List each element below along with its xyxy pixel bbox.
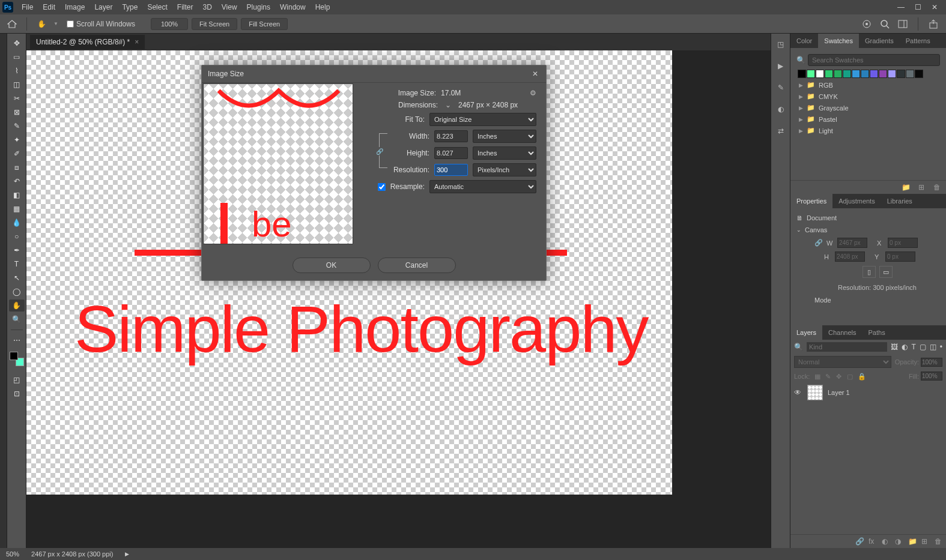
lock-all-icon[interactable]: 🔒 (858, 373, 865, 380)
layer-row[interactable]: 👁 Layer 1 (790, 382, 946, 403)
swatch-search-input[interactable] (808, 54, 940, 66)
swatch-color[interactable] (915, 70, 923, 78)
tab-color[interactable]: Color (790, 34, 818, 48)
blend-mode-select[interactable]: Normal (794, 356, 891, 368)
shape-tool[interactable]: ◯ (9, 286, 25, 298)
menu-image[interactable]: Image (60, 3, 89, 11)
marquee-tool[interactable]: ▭ (9, 51, 25, 63)
canvas-section-toggle[interactable]: ⌄Canvas (796, 224, 940, 236)
zoom-input[interactable]: 100% (151, 18, 188, 30)
orientation-landscape[interactable]: ▭ (879, 266, 893, 278)
swatch-folder-cmyk[interactable]: ▶📁CMYK (794, 91, 942, 102)
delete-swatch-icon[interactable]: 🗑 (933, 183, 941, 191)
filter-shape-icon[interactable]: ▢ (920, 343, 926, 351)
swatch-color[interactable] (843, 70, 851, 78)
document-tab[interactable]: Untitled-2 @ 50% (RGB/8#) * × (30, 35, 145, 49)
history-panel-icon[interactable]: ◳ (775, 38, 787, 50)
layer-fx-icon[interactable]: fx (869, 537, 877, 546)
orientation-portrait[interactable]: ▯ (863, 266, 876, 278)
layer-mask-icon[interactable]: ◐ (882, 537, 890, 546)
menu-plugins[interactable]: Plugins (242, 3, 275, 11)
resample-checkbox[interactable] (378, 183, 386, 191)
tab-adjustments[interactable]: Adjustments (832, 194, 881, 208)
swatch-folder-pastel[interactable]: ▶📁Pastel (794, 113, 942, 125)
history-tool[interactable]: ↶ (9, 175, 25, 187)
color-picker[interactable] (10, 352, 24, 366)
dialog-close-icon[interactable]: ✕ (530, 69, 540, 79)
eraser-tool[interactable]: ◧ (9, 189, 25, 201)
canvas-y-input[interactable] (885, 251, 915, 262)
menu-type[interactable]: Type (117, 3, 142, 11)
quickmask-tool[interactable]: ◰ (9, 374, 25, 386)
close-tab-icon[interactable]: × (135, 38, 139, 46)
delete-layer-icon[interactable]: 🗑 (935, 537, 943, 546)
swatch-folder-rgb[interactable]: ▶📁RGB (794, 79, 942, 91)
height-unit-select[interactable]: Inches (473, 146, 536, 160)
lock-artboard-icon[interactable]: ▢ (847, 373, 854, 380)
filter-type-icon[interactable]: T (911, 343, 915, 351)
layer-thumbnail[interactable] (807, 385, 823, 400)
status-doc-info[interactable]: 2467 px x 2408 px (300 ppi) (31, 550, 113, 558)
swatch-color[interactable] (798, 70, 806, 78)
hand-tool-indicator[interactable]: ✋ (33, 17, 50, 31)
fill-input[interactable] (921, 372, 942, 381)
window-maximize[interactable]: ☐ (914, 3, 922, 11)
share-icon[interactable] (928, 19, 939, 29)
tab-gradients[interactable]: Gradients (859, 34, 900, 48)
resample-select[interactable]: Automatic (429, 180, 536, 193)
resolution-unit-select[interactable]: Pixels/Inch (473, 163, 536, 176)
filter-toggle[interactable]: • (940, 343, 942, 351)
layer-filter-input[interactable] (807, 342, 887, 352)
tab-patterns[interactable]: Patterns (900, 34, 936, 48)
link-icon[interactable]: 🔗 (814, 239, 823, 247)
scroll-all-windows-checkbox[interactable] (67, 20, 74, 28)
canvas-width-input[interactable] (837, 238, 867, 248)
window-minimize[interactable]: — (897, 3, 905, 11)
new-swatch-icon[interactable]: ⊞ (917, 183, 926, 191)
hand-tool[interactable]: ✋ (9, 300, 25, 312)
swatch-color[interactable] (870, 70, 878, 78)
menu-file[interactable]: File (17, 3, 38, 11)
swatch-color[interactable] (861, 70, 869, 78)
swatch-color[interactable] (816, 70, 824, 78)
type-tool[interactable]: T (9, 258, 25, 270)
clone-tool[interactable]: ⧈ (9, 161, 25, 173)
menu-view[interactable]: View (217, 3, 242, 11)
canvas-x-input[interactable] (888, 238, 918, 248)
cancel-button[interactable]: Cancel (378, 257, 456, 273)
constrain-proportions[interactable]: 🔗 (379, 133, 387, 168)
gear-icon[interactable]: ⚙ (530, 89, 536, 97)
move-tool[interactable]: ✥ (9, 37, 25, 49)
new-layer-icon[interactable]: ⊞ (921, 537, 930, 546)
resolution-input[interactable] (434, 164, 468, 176)
swatch-color[interactable] (906, 70, 914, 78)
zoom-tool[interactable]: 🔍 (9, 313, 25, 325)
tab-layers[interactable]: Layers (790, 325, 822, 340)
tab-properties[interactable]: Properties (790, 194, 832, 208)
pen-tool[interactable]: ✒ (9, 244, 25, 256)
swatch-color[interactable] (897, 70, 905, 78)
cloud-sync-icon[interactable] (861, 19, 872, 29)
swatch-folder-light[interactable]: ▶📁Light (794, 125, 942, 136)
fit-screen-button[interactable]: Fit Screen (192, 18, 237, 30)
menu-window[interactable]: Window (275, 3, 311, 11)
workspace-icon[interactable] (897, 19, 908, 29)
menu-3d[interactable]: 3D (198, 3, 216, 11)
menu-layer[interactable]: Layer (89, 3, 117, 11)
new-group-icon[interactable]: 📁 (902, 183, 910, 191)
fit-to-select[interactable]: Original Size (429, 113, 536, 126)
actions-panel-icon[interactable]: ▶ (775, 60, 787, 72)
canvas-height-input[interactable] (835, 251, 865, 262)
swatch-color[interactable] (825, 70, 833, 78)
screenmode-tool[interactable]: ⊡ (9, 388, 25, 400)
swatch-color[interactable] (879, 70, 887, 78)
tab-libraries[interactable]: Libraries (881, 194, 918, 208)
fill-screen-button[interactable]: Fill Screen (241, 18, 288, 30)
swatch-folder-grayscale[interactable]: ▶📁Grayscale (794, 102, 942, 113)
home-button[interactable] (4, 17, 20, 31)
swatch-color[interactable] (834, 70, 842, 78)
lock-pixels-icon[interactable]: ▦ (814, 373, 822, 380)
search-icon[interactable] (879, 19, 890, 29)
menu-filter[interactable]: Filter (172, 3, 198, 11)
tab-paths[interactable]: Paths (863, 325, 891, 340)
